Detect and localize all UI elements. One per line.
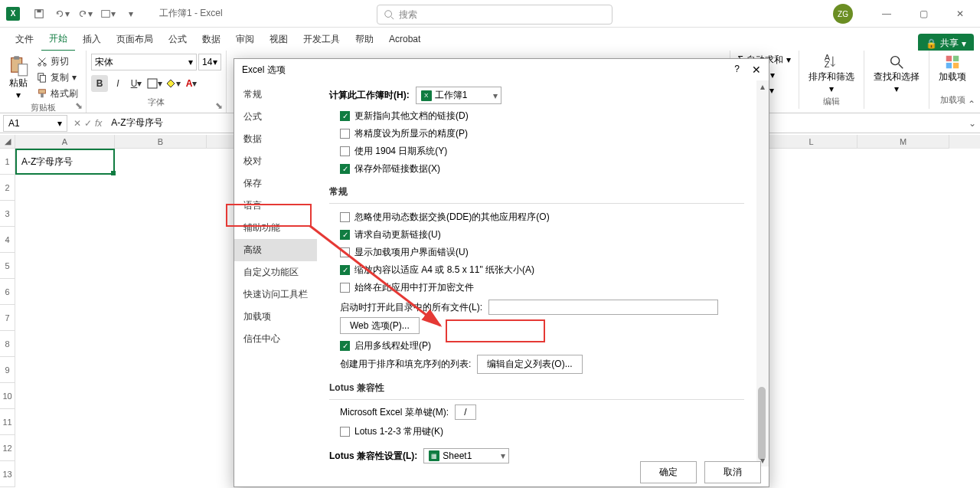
- tab-data[interactable]: 数据: [194, 28, 228, 51]
- sidebar-item-general[interactable]: 常规: [234, 84, 317, 106]
- cell-a1[interactable]: A-Z字母序号: [15, 149, 115, 175]
- sidebar-item-data[interactable]: 数据: [234, 128, 317, 150]
- name-box[interactable]: A1▾: [3, 115, 67, 132]
- sort-filter-button[interactable]: AZ 排序和筛选▾: [804, 52, 859, 96]
- row-header-5[interactable]: 5: [0, 253, 15, 279]
- accept-formula-icon[interactable]: ✓: [84, 118, 92, 129]
- row-header-8[interactable]: 8: [0, 331, 15, 357]
- tab-help[interactable]: 帮助: [348, 28, 381, 51]
- scroll-up-icon[interactable]: ▴: [756, 80, 769, 93]
- qat-customize-icon[interactable]: ▾: [121, 4, 141, 24]
- lotus-sheet-select[interactable]: ▦Sheet1: [423, 448, 509, 463]
- cb-auto-update[interactable]: [340, 230, 350, 240]
- find-select-button[interactable]: 查找和选择▾: [869, 52, 924, 96]
- user-avatar[interactable]: ZG: [833, 4, 853, 24]
- col-header-l[interactable]: L: [766, 135, 858, 149]
- collapse-ribbon-icon[interactable]: ⌃: [968, 99, 975, 110]
- tab-home[interactable]: 开始: [41, 28, 75, 51]
- format-painter-button[interactable]: 格式刷: [34, 86, 81, 101]
- startup-files-input[interactable]: [488, 300, 718, 315]
- expand-formula-bar-icon[interactable]: ⌄: [965, 118, 980, 129]
- maximize-icon[interactable]: ▢: [908, 3, 939, 25]
- tab-file[interactable]: 文件: [8, 28, 41, 51]
- row-header-11[interactable]: 11: [0, 409, 15, 435]
- fill-handle[interactable]: [111, 171, 116, 175]
- row-header-2[interactable]: 2: [0, 175, 15, 201]
- qat-more-icon[interactable]: ▾: [98, 4, 118, 24]
- sidebar-item-save[interactable]: 保存: [234, 172, 317, 195]
- clipboard-dialog-launcher-icon[interactable]: ⬊: [75, 100, 84, 110]
- sidebar-item-qat[interactable]: 快速访问工具栏: [234, 283, 317, 306]
- fx-icon[interactable]: fx: [95, 118, 102, 129]
- font-name-select[interactable]: 宋体▾: [91, 54, 197, 70]
- cancel-button[interactable]: 取消: [704, 461, 761, 483]
- cancel-formula-icon[interactable]: ✕: [74, 118, 81, 129]
- cb-save-ext[interactable]: [340, 164, 350, 174]
- undo-icon[interactable]: ▾: [52, 4, 72, 24]
- tab-developer[interactable]: 开发工具: [296, 28, 348, 51]
- minimize-icon[interactable]: —: [871, 3, 902, 25]
- cb-multithread[interactable]: [340, 341, 350, 351]
- scroll-thumb[interactable]: [758, 387, 766, 460]
- cb-open-encrypted[interactable]: [340, 283, 350, 293]
- tab-review[interactable]: 审阅: [228, 28, 262, 51]
- row-header-6[interactable]: 6: [0, 279, 15, 305]
- redo-icon[interactable]: ▾: [75, 4, 95, 24]
- search-box[interactable]: 搜索: [377, 5, 612, 25]
- sidebar-item-addins[interactable]: 加载项: [234, 306, 317, 328]
- calc-workbook-select[interactable]: X工作簿1: [416, 87, 501, 104]
- cb-update-links[interactable]: [340, 111, 350, 121]
- cut-button[interactable]: 剪切: [34, 54, 81, 69]
- tab-acrobat[interactable]: Acrobat: [381, 29, 428, 49]
- row-header-3[interactable]: 3: [0, 201, 15, 227]
- web-options-button[interactable]: Web 选项(P)...: [340, 317, 420, 334]
- tab-formulas[interactable]: 公式: [161, 28, 194, 51]
- cb-show-addin-errors[interactable]: [340, 247, 350, 257]
- sidebar-item-accessibility[interactable]: 辅助功能: [234, 217, 317, 239]
- border-button[interactable]: ▾: [146, 75, 163, 92]
- tab-insert[interactable]: 插入: [75, 28, 109, 51]
- font-size-select[interactable]: 14▾: [198, 54, 221, 70]
- col-header-b[interactable]: B: [115, 135, 207, 149]
- menu-key-input[interactable]: [455, 404, 476, 420]
- dialog-close-icon[interactable]: ✕: [752, 64, 761, 76]
- cb-dde[interactable]: [340, 212, 350, 222]
- select-all-cell[interactable]: ◢: [0, 135, 15, 149]
- row-header-12[interactable]: 12: [0, 435, 15, 461]
- row-header-13[interactable]: 13: [0, 461, 15, 487]
- italic-button[interactable]: I: [109, 75, 126, 92]
- paste-button[interactable]: 粘贴 ▾: [5, 54, 32, 102]
- sidebar-item-formulas[interactable]: 公式: [234, 106, 317, 128]
- row-header-7[interactable]: 7: [0, 305, 15, 331]
- row-header-10[interactable]: 10: [0, 383, 15, 409]
- row-header-9[interactable]: 9: [0, 357, 15, 383]
- sidebar-item-proofing[interactable]: 校对: [234, 150, 317, 172]
- ok-button[interactable]: 确定: [640, 461, 697, 483]
- col-header-a[interactable]: A: [15, 135, 115, 149]
- save-icon[interactable]: [29, 4, 49, 24]
- font-color-button[interactable]: A▾: [183, 75, 200, 92]
- addins-button[interactable]: 加载项: [934, 52, 971, 85]
- sidebar-item-language[interactable]: 语言: [234, 195, 317, 217]
- cb-1904[interactable]: [340, 146, 350, 156]
- col-header-m[interactable]: M: [858, 135, 949, 149]
- sidebar-item-trust-center[interactable]: 信任中心: [234, 328, 317, 350]
- font-dialog-launcher-icon[interactable]: ⬊: [215, 100, 224, 110]
- sidebar-item-advanced[interactable]: 高级: [234, 239, 317, 261]
- dialog-help-icon[interactable]: ?: [734, 64, 740, 76]
- fill-color-button[interactable]: ▾: [165, 75, 181, 92]
- cb-scale-a4[interactable]: [340, 265, 350, 275]
- copy-button[interactable]: 复制▾: [34, 70, 81, 85]
- sidebar-item-customize-ribbon[interactable]: 自定义功能区: [234, 261, 317, 283]
- edit-custom-list-button[interactable]: 编辑自定义列表(O)...: [477, 355, 582, 374]
- bold-button[interactable]: B: [91, 75, 108, 92]
- close-window-icon[interactable]: ✕: [945, 3, 975, 25]
- row-header-1[interactable]: 1: [0, 149, 15, 175]
- cb-lotus-keys[interactable]: [340, 427, 350, 437]
- underline-button[interactable]: U▾: [128, 75, 145, 92]
- dialog-scrollbar[interactable]: ▴ ▾: [756, 80, 769, 467]
- tab-view[interactable]: 视图: [262, 28, 296, 51]
- cb-precision[interactable]: [340, 129, 350, 139]
- tab-layout[interactable]: 页面布局: [109, 28, 161, 51]
- row-header-4[interactable]: 4: [0, 227, 15, 253]
